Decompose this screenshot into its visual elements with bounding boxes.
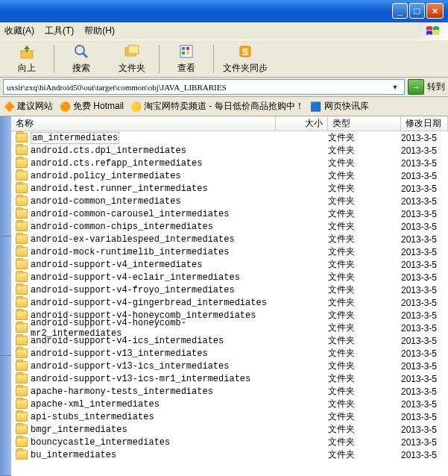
link-suggest[interactable]: 🔶 建议网站	[3, 100, 53, 113]
table-row[interactable]: android-support-v4_intermediates文件夹2013-…	[11, 258, 448, 271]
row-date: 2013-3-5	[401, 437, 448, 448]
table-row[interactable]: android-support-v13_intermediates文件夹2013…	[11, 347, 448, 360]
folder-icon	[16, 133, 28, 143]
svg-line-2	[83, 53, 87, 57]
table-row[interactable]: api-stubs_intermediates文件夹2013-3-5	[11, 410, 448, 423]
table-row[interactable]: android-ex-variablespeed_intermediates文件…	[11, 233, 448, 245]
table-row[interactable]: android-mock-runtimelib_intermediates文件夹…	[11, 245, 448, 258]
row-name: android-support-v4-froyo_intermediates	[31, 285, 235, 295]
row-name: android.policy_intermediates	[31, 171, 181, 181]
search-button[interactable]: 搜索	[56, 42, 107, 76]
table-row[interactable]: android.test.runner_intermediates文件夹2013…	[11, 182, 448, 195]
table-row[interactable]: android-common-carousel_intermediates文件夹…	[11, 207, 448, 220]
folder-icon	[16, 272, 28, 282]
header-size[interactable]: 大小	[276, 116, 328, 131]
suggest-icon: 🔶	[3, 101, 15, 113]
folder-icon	[16, 247, 28, 257]
maximize-button[interactable]: □	[409, 3, 425, 19]
row-type: 文件夹	[328, 157, 401, 169]
link-hotmail[interactable]: 🟠 免费 Hotmail	[59, 100, 124, 113]
address-dropdown-icon[interactable]: ▼	[389, 84, 401, 91]
table-row[interactable]: android-support-v4-honeycomb-mr2_interme…	[11, 322, 448, 334]
row-type: 文件夹	[328, 131, 401, 144]
address-input[interactable]: uxsir\zxq\hiAndroid50\out\target\common\…	[3, 79, 405, 95]
separator	[159, 45, 160, 73]
row-type: 文件夹	[328, 169, 401, 182]
menu-tools[interactable]: 工具(T)	[45, 25, 74, 37]
row-date: 2013-3-5	[401, 361, 448, 372]
row-name: android-common_intermediates	[31, 196, 181, 207]
row-date: 2013-3-5	[401, 285, 448, 295]
sidebar-panel[interactable]	[0, 116, 11, 476]
table-row[interactable]: android-support-v4-eclair_intermediates文…	[11, 271, 448, 284]
row-name: android.test.runner_intermediates	[31, 184, 208, 194]
table-row[interactable]: android-support-v4-froyo_intermediates文件…	[11, 284, 448, 296]
table-row[interactable]: android.cts.refapp_intermediates文件夹2013-…	[11, 157, 448, 169]
folder-icon	[16, 437, 28, 447]
table-row[interactable]: android.cts.dpi_intermediates文件夹2013-3-5	[11, 144, 448, 157]
table-row[interactable]: android-common-chips_intermediates文件夹201…	[11, 220, 448, 233]
row-name: android.cts.dpi_intermediates	[31, 145, 186, 156]
table-row[interactable]: android-common_intermediates文件夹2013-3-5	[11, 195, 448, 207]
row-name: android-ex-variablespeed_intermediates	[31, 234, 235, 245]
table-row[interactable]: apache-xml_intermediates文件夹2013-3-5	[11, 398, 448, 410]
row-date: 2013-3-5	[401, 133, 448, 143]
table-row[interactable]: bmgr_intermediates文件夹2013-3-5	[11, 423, 448, 436]
row-date: 2013-3-5	[401, 298, 448, 308]
folders-button[interactable]: 文件夹	[107, 42, 157, 76]
close-button[interactable]: ×	[426, 3, 444, 19]
row-name: api-stubs_intermediates	[31, 412, 154, 422]
address-path: uxsir\zxq\hiAndroid50\out\target\common\…	[7, 83, 227, 92]
rows-container: am_intermediates文件夹2013-3-5android.cts.d…	[11, 131, 448, 461]
table-row[interactable]: bouncycastle_intermediates文件夹2013-3-5	[11, 436, 448, 448]
table-row[interactable]: apache-harmony-tests_intermediates文件夹201…	[11, 385, 448, 398]
row-type: 文件夹	[328, 233, 401, 245]
table-row[interactable]: bu_intermediates文件夹2013-3-5	[11, 448, 448, 461]
svg-rect-8	[182, 51, 185, 54]
table-row[interactable]: android-support-v13-ics-mr1_intermediate…	[11, 372, 448, 385]
table-row[interactable]: am_intermediates文件夹2013-3-5	[11, 131, 448, 144]
row-type: 文件夹	[328, 271, 401, 284]
row-type: 文件夹	[328, 334, 401, 347]
row-date: 2013-3-5	[401, 196, 448, 207]
row-type: 文件夹	[328, 258, 401, 271]
link-taobao[interactable]: 🟡 淘宝网特卖频道 - 每日低价商品抢购中！	[130, 100, 304, 113]
table-row[interactable]: android-support-v13-ics_intermediates文件夹…	[11, 360, 448, 372]
menubar: 收藏(A) 工具(T) 帮助(H)	[0, 22, 448, 40]
table-row[interactable]: android-support-v4-gingerbread_intermedi…	[11, 296, 448, 309]
header-date[interactable]: 修改日期	[401, 116, 448, 131]
content-area: 名称 大小 类型 修改日期 am_intermediates文件夹2013-3-…	[0, 116, 448, 476]
file-list: 名称 大小 类型 修改日期 am_intermediates文件夹2013-3-…	[11, 116, 448, 476]
minimize-button[interactable]: _	[392, 3, 408, 19]
folder-icon	[16, 374, 28, 383]
menu-favorites[interactable]: 收藏(A)	[4, 25, 34, 37]
row-type: 文件夹	[328, 436, 401, 448]
go-button[interactable]: →	[408, 79, 424, 95]
hotmail-icon: 🟠	[59, 101, 71, 113]
header-name[interactable]: 名称	[11, 116, 276, 131]
row-name: bmgr_intermediates	[31, 425, 127, 435]
table-row[interactable]: android-support-v4-ics_intermediates文件夹2…	[11, 334, 448, 347]
sync-button[interactable]: S 文件夹同步	[215, 42, 275, 76]
up-button[interactable]: 向上	[1, 42, 52, 76]
link-quick[interactable]: 🟦 网页快讯库	[310, 100, 369, 113]
folder-icon	[16, 222, 28, 231]
up-icon	[18, 43, 36, 60]
go-arrow-icon: →	[411, 82, 420, 93]
row-type: 文件夹	[328, 245, 401, 258]
row-date: 2013-3-5	[401, 171, 448, 181]
row-name: android-common-carousel_intermediates	[31, 209, 229, 219]
windows-logo-icon	[418, 22, 448, 40]
row-date: 2013-3-5	[401, 336, 448, 346]
separator	[54, 45, 54, 73]
folder-icon	[16, 196, 28, 206]
table-row[interactable]: android.policy_intermediates文件夹2013-3-5	[11, 169, 448, 182]
row-date: 2013-3-5	[401, 323, 448, 333]
menu-help[interactable]: 帮助(H)	[84, 25, 115, 37]
row-date: 2013-3-5	[401, 260, 448, 270]
header-type[interactable]: 类型	[328, 116, 401, 131]
row-name: android-common-chips_intermediates	[31, 222, 213, 232]
view-button[interactable]: 查看	[161, 42, 212, 76]
folder-icon	[16, 184, 28, 193]
titlebar[interactable]: _ □ ×	[0, 0, 448, 22]
